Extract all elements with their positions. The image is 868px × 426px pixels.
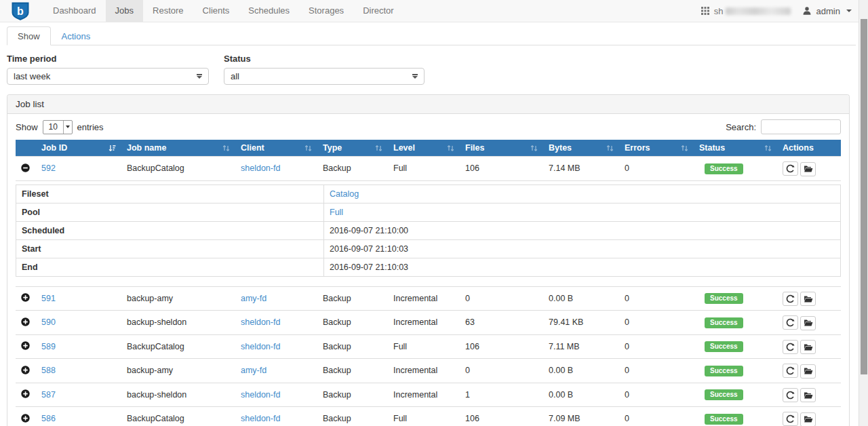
nav-item-storages[interactable]: Storages xyxy=(299,0,353,22)
column-header-files[interactable]: Files xyxy=(460,140,543,157)
chevron-down-icon xyxy=(63,121,72,134)
cell-errors: 0 xyxy=(619,286,694,311)
job-details-button[interactable] xyxy=(800,162,816,176)
nav-item-schedules[interactable]: Schedules xyxy=(239,0,299,22)
detail-label: Fileset xyxy=(16,185,324,203)
cell-files: 106 xyxy=(460,407,543,426)
client-link[interactable]: amy-fd xyxy=(241,294,267,303)
expand-row-icon[interactable] xyxy=(21,293,30,302)
cell-type: Backup xyxy=(317,286,388,311)
client-link[interactable]: sheldon-fd xyxy=(241,414,280,423)
user-menu-caret-icon[interactable] xyxy=(846,9,852,12)
restart-icon xyxy=(786,414,795,423)
cell-actions xyxy=(777,311,841,335)
job-id-link[interactable]: 590 xyxy=(41,317,56,327)
cell-type: Backup xyxy=(317,157,388,181)
job-details-button[interactable] xyxy=(800,292,816,306)
table-header-row: Job IDJob nameClientTypeLevelFilesBytesE… xyxy=(16,140,841,157)
sort-icon[interactable] xyxy=(447,144,454,152)
client-link[interactable]: amy-fd xyxy=(241,366,267,375)
status-select[interactable]: all xyxy=(224,68,425,85)
cell-files: 63 xyxy=(460,311,543,335)
sort-icon[interactable] xyxy=(764,144,772,152)
folder-open-icon xyxy=(804,415,813,423)
vertical-scrollbar[interactable] xyxy=(859,0,868,426)
user-menu[interactable]: admin xyxy=(816,6,840,16)
column-header-client[interactable]: Client xyxy=(235,140,317,157)
column-header-job-name[interactable]: Job name xyxy=(121,140,235,157)
rerun-job-button[interactable] xyxy=(783,340,798,354)
column-header-type[interactable]: Type xyxy=(317,140,388,157)
brand-logo[interactable]: b xyxy=(0,0,41,22)
grid-icon[interactable] xyxy=(701,7,709,15)
client-link[interactable]: sheldon-fd xyxy=(241,163,280,173)
cell-status: Success xyxy=(694,359,777,383)
job-details-button[interactable] xyxy=(800,412,816,426)
sort-icon[interactable] xyxy=(304,144,312,152)
sort-icon[interactable] xyxy=(375,144,382,152)
tab-actions[interactable]: Actions xyxy=(51,26,102,45)
column-header-errors[interactable]: Errors xyxy=(619,140,694,157)
collapse-row-icon[interactable] xyxy=(21,163,30,172)
job-details-button[interactable] xyxy=(800,316,816,330)
nav-item-director[interactable]: Director xyxy=(353,0,403,22)
time-period-select[interactable]: last week xyxy=(7,68,209,85)
sort-icon[interactable] xyxy=(606,144,614,152)
cell-errors: 0 xyxy=(619,407,694,426)
column-header-bytes[interactable]: Bytes xyxy=(543,140,619,157)
expand-row-icon[interactable] xyxy=(21,389,30,398)
job-id-link[interactable]: 586 xyxy=(41,414,56,423)
detail-value[interactable]: Full xyxy=(324,203,841,221)
detail-row-fileset: FilesetCatalog xyxy=(16,185,841,203)
rerun-job-button[interactable] xyxy=(783,315,798,330)
client-link[interactable]: sheldon-fd xyxy=(241,342,280,351)
rerun-job-button[interactable] xyxy=(783,292,798,306)
job-id-link[interactable]: 592 xyxy=(41,163,56,173)
job-id-link[interactable]: 587 xyxy=(41,390,56,400)
rerun-job-button[interactable] xyxy=(783,412,798,426)
job-details-button[interactable] xyxy=(800,364,816,379)
cell-bytes: 7.09 MB xyxy=(543,407,619,426)
column-header-actions: Actions xyxy=(777,140,841,157)
detail-value-link[interactable]: Catalog xyxy=(330,189,359,199)
rerun-job-button[interactable] xyxy=(783,161,798,176)
navbar: b DashboardJobsRestoreClientsSchedulesSt… xyxy=(0,0,868,22)
job-details-button[interactable] xyxy=(800,388,816,402)
job-id-link[interactable]: 591 xyxy=(41,294,56,303)
cell-job-id: 586 xyxy=(36,407,121,426)
column-header-level[interactable]: Level xyxy=(388,140,460,157)
expand-row-icon[interactable] xyxy=(21,414,30,423)
restart-icon xyxy=(786,391,795,400)
client-link[interactable]: sheldon-fd xyxy=(241,390,280,400)
cell-status: Success xyxy=(694,383,777,407)
search-input[interactable] xyxy=(761,119,841,134)
status-label: Status xyxy=(224,54,425,64)
rerun-job-button[interactable] xyxy=(783,388,798,402)
sort-icon[interactable] xyxy=(530,144,538,152)
scrollbar-thumb[interactable] xyxy=(861,19,867,374)
cell-client: amy-fd xyxy=(235,359,317,383)
nav-item-jobs[interactable]: Jobs xyxy=(106,0,143,22)
sort-icon[interactable] xyxy=(681,144,688,152)
nav-item-clients[interactable]: Clients xyxy=(193,0,239,22)
job-id-link[interactable]: 588 xyxy=(41,366,56,375)
sort-icon[interactable] xyxy=(222,144,230,152)
nav-item-restore[interactable]: Restore xyxy=(143,0,193,22)
job-id-link[interactable]: 589 xyxy=(41,342,56,351)
expand-row-icon[interactable] xyxy=(21,366,30,374)
column-header-status[interactable]: Status xyxy=(694,140,777,157)
rerun-job-button[interactable] xyxy=(783,364,798,378)
tab-show[interactable]: Show xyxy=(7,26,51,45)
detail-value-link[interactable]: Full xyxy=(330,208,343,217)
detail-value[interactable]: Catalog xyxy=(324,185,841,203)
cell-bytes: 0.00 B xyxy=(543,383,619,407)
job-details-button[interactable] xyxy=(800,340,816,354)
nav-item-dashboard[interactable]: Dashboard xyxy=(43,0,106,22)
column-header-job-id[interactable]: Job ID xyxy=(36,140,121,157)
expand-row-icon[interactable] xyxy=(21,341,30,350)
sort-descending-icon[interactable] xyxy=(108,144,116,152)
expand-row-icon[interactable] xyxy=(21,317,30,326)
entries-count-select[interactable]: 10 xyxy=(43,120,73,134)
client-link[interactable]: sheldon-fd xyxy=(241,317,280,327)
restart-icon xyxy=(786,294,795,303)
